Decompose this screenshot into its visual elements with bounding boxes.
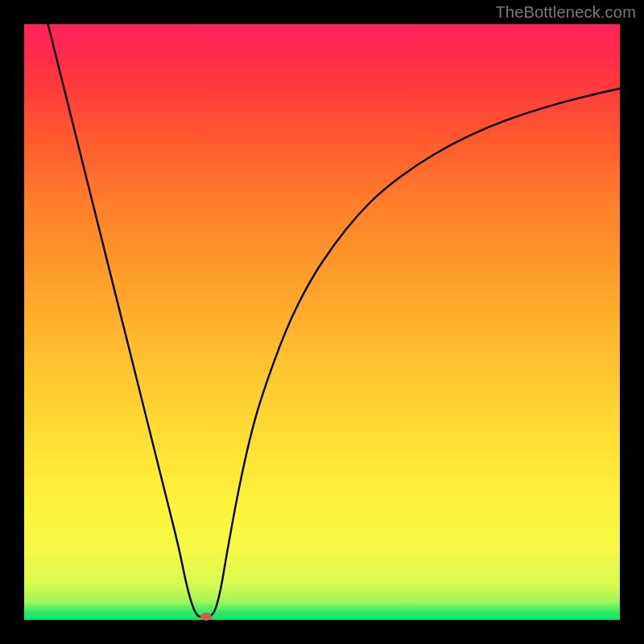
plot-area xyxy=(24,24,620,620)
watermark-text: TheBottleneck.com xyxy=(495,3,636,22)
chart-frame: TheBottleneck.com xyxy=(0,0,644,644)
curve-canvas xyxy=(24,24,620,620)
minimum-marker xyxy=(200,613,212,621)
